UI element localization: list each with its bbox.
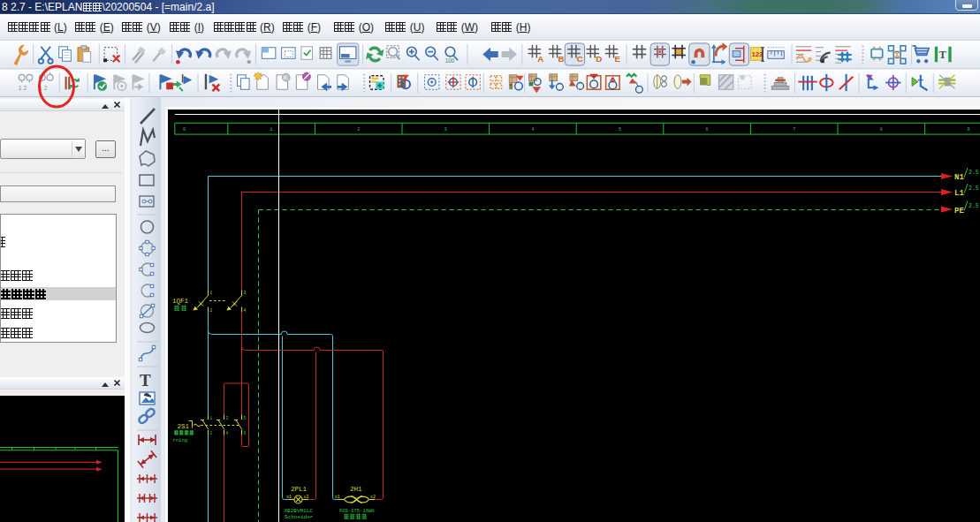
svg-text:9: 9 bbox=[967, 127, 969, 132]
svg-text:0: 0 bbox=[183, 127, 186, 132]
svg-text:8: 8 bbox=[880, 127, 883, 132]
svg-text:E: E bbox=[614, 54, 620, 64]
svg-text:2: 2 bbox=[210, 431, 213, 435]
svg-text:D: D bbox=[596, 54, 602, 64]
svg-text:x1: x1 bbox=[335, 495, 340, 500]
svg-text:2: 2 bbox=[210, 308, 213, 313]
svg-text:C: C bbox=[577, 54, 583, 64]
svg-text:2.5: 2.5 bbox=[969, 170, 979, 176]
svg-text:T: T bbox=[939, 49, 947, 61]
svg-text:4: 4 bbox=[531, 127, 534, 132]
svg-text:x1: x1 bbox=[286, 495, 292, 500]
svg-text:B: B bbox=[558, 54, 565, 64]
svg-text:2: 2 bbox=[357, 127, 360, 132]
svg-text:2PL1: 2PL1 bbox=[291, 486, 308, 493]
svg-text:1: 1 bbox=[210, 416, 213, 420]
svg-text:6: 6 bbox=[706, 127, 709, 132]
svg-text:A: A bbox=[537, 54, 543, 64]
svg-text:7: 7 bbox=[793, 127, 795, 132]
svg-text:L1: L1 bbox=[954, 189, 964, 198]
svg-text:x2: x2 bbox=[304, 495, 309, 500]
svg-text:3: 3 bbox=[226, 416, 229, 420]
svg-text:3: 3 bbox=[444, 127, 447, 132]
svg-text:4: 4 bbox=[226, 431, 229, 435]
svg-text:x2: x2 bbox=[370, 495, 376, 500]
svg-text:T: T bbox=[140, 371, 151, 390]
svg-text:PE: PE bbox=[954, 207, 964, 216]
svg-text:6: 6 bbox=[244, 431, 247, 435]
svg-text:3: 3 bbox=[244, 291, 247, 295]
svg-text:1: 1 bbox=[210, 291, 213, 295]
svg-text:FG9-075-16WH: FG9-075-16WH bbox=[339, 508, 375, 514]
svg-text:2S1: 2S1 bbox=[178, 423, 190, 430]
svg-text:123: 123 bbox=[751, 50, 763, 58]
svg-text:XB2BVM1LC: XB2BVM1LC bbox=[285, 508, 314, 514]
svg-text:2H1: 2H1 bbox=[350, 486, 362, 493]
svg-text:1QF1: 1QF1 bbox=[172, 298, 189, 305]
svg-text:N1: N1 bbox=[954, 173, 964, 182]
svg-text:1: 1 bbox=[270, 127, 272, 132]
svg-text:5: 5 bbox=[619, 127, 621, 132]
svg-text:2.5: 2.5 bbox=[969, 203, 979, 209]
svg-text:4: 4 bbox=[244, 308, 247, 313]
svg-text:1 2: 1 2 bbox=[19, 85, 27, 91]
svg-text:2.5: 2.5 bbox=[969, 185, 979, 192]
svg-text:rning: rning bbox=[173, 437, 188, 443]
svg-text:100: 100 bbox=[445, 57, 455, 64]
svg-text:Schneider: Schneider bbox=[285, 514, 314, 520]
svg-text:5: 5 bbox=[244, 416, 247, 420]
